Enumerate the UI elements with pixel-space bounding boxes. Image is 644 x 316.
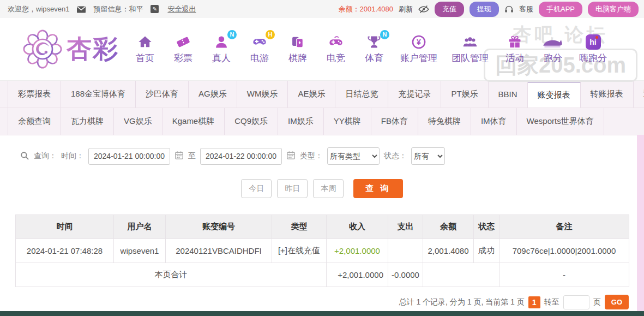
hot-badge: H xyxy=(266,30,275,39)
new-badge: N xyxy=(380,30,389,39)
calendar-icon[interactable] xyxy=(174,151,184,162)
tab-wm[interactable]: WM娱乐 xyxy=(237,81,288,108)
tab-im-entertainment[interactable]: IM娱乐 xyxy=(278,108,324,135)
home-icon xyxy=(137,34,153,50)
site-header: 杏吧 论坛 回家205.com 杏彩 首页 xyxy=(0,18,644,80)
mobile-app-button[interactable]: 手机APP xyxy=(539,2,582,17)
tab-im-sports[interactable]: IM体育 xyxy=(471,108,517,135)
nav-item-lottery[interactable]: 彩票 xyxy=(171,34,195,64)
tab-kgame[interactable]: Kgame棋牌 xyxy=(162,108,225,135)
tab-cq9[interactable]: CQ9娱乐 xyxy=(225,108,278,135)
tab-rebate-total[interactable]: 返点总额 xyxy=(634,81,644,108)
tab-balance-query[interactable]: 余额查询 xyxy=(8,108,61,135)
tab-bbin[interactable]: BBIN xyxy=(489,81,528,108)
cards-icon xyxy=(290,34,306,50)
time-to-input[interactable] xyxy=(200,148,282,165)
status-label: 状态： xyxy=(384,151,407,161)
table-summary-row: 本页合计 +2,001.0000 -0.0000 - xyxy=(16,263,629,287)
logout-link[interactable]: 安全退出 xyxy=(167,4,196,14)
summary-balance-status xyxy=(423,263,499,287)
pc-client-button[interactable]: 电脑客户端 xyxy=(588,2,639,17)
service-link[interactable]: 客服 xyxy=(519,4,533,14)
nav-item-team-management[interactable]: 团队管理 xyxy=(452,34,489,64)
table-row: 2024-01-21 07:48:28 wipseven1 20240121VB… xyxy=(16,239,629,263)
time-from-input[interactable] xyxy=(88,148,170,165)
person-icon xyxy=(213,34,230,50)
tab-row-1: 彩票报表 188金宝博体育 沙巴体育 AG娱乐 WM娱乐 AE娱乐 日结总览 充… xyxy=(0,81,644,108)
nav-label: 跑分 xyxy=(544,52,562,64)
tab-account-change-report[interactable]: 账变报表 xyxy=(528,81,581,108)
nav-label: 体育 xyxy=(365,52,383,64)
tab-pt[interactable]: PT娱乐 xyxy=(441,81,488,108)
refresh-link[interactable]: 刷新 xyxy=(399,4,413,14)
cell-balance: 2,001.4080 xyxy=(423,239,474,263)
time-label: 时间： xyxy=(61,151,84,161)
tab-yy[interactable]: YY棋牌 xyxy=(324,108,371,135)
nav-item-paofen[interactable]: 跑分 xyxy=(541,34,565,64)
query-button[interactable]: 查 询 xyxy=(353,179,402,198)
team-icon xyxy=(461,34,479,50)
yesterday-button[interactable]: 昨日 xyxy=(277,179,308,198)
pink-side-strip xyxy=(637,135,644,311)
tab-fb-sports[interactable]: FB体育 xyxy=(371,108,418,135)
logo-text: 杏彩 xyxy=(67,32,119,66)
recharge-button[interactable]: 充值 xyxy=(435,2,464,17)
pagination: 总计 1 个记录, 分为 1 页, 当前第 1 页 1 转至 页 GO xyxy=(0,295,629,309)
nav-item-egames[interactable]: H 电游 xyxy=(248,34,272,64)
ticket-icon xyxy=(175,34,191,50)
go-button[interactable]: GO xyxy=(605,295,629,309)
col-balance: 余额 xyxy=(423,215,474,239)
eye-slash-icon[interactable] xyxy=(418,4,429,14)
summary-income: +2,001.0000 xyxy=(327,263,388,287)
cell-expense xyxy=(388,239,423,263)
current-page-button[interactable]: 1 xyxy=(528,296,540,308)
cell-change-no: 20240121VBCAIDHDFI xyxy=(166,239,272,263)
nav-item-promotions[interactable]: 活动 xyxy=(503,34,527,64)
nav-item-account-management[interactable]: ¥ 账户管理 xyxy=(400,34,437,64)
quick-buttons: 今日 昨日 本周 查 询 xyxy=(0,179,644,198)
today-button[interactable]: 今日 xyxy=(241,179,272,198)
edit-icon[interactable]: ✎ xyxy=(151,5,159,13)
col-username: 用户名 xyxy=(114,215,166,239)
tab-ag[interactable]: AG娱乐 xyxy=(189,81,237,108)
envelope-icon[interactable] xyxy=(77,5,86,13)
search-icon xyxy=(20,151,29,162)
nav-item-home[interactable]: 首页 xyxy=(133,34,157,64)
balance-label: 余额： xyxy=(339,5,360,13)
tab-deposit-withdraw-records[interactable]: 充提记录 xyxy=(388,81,441,108)
tab-daily-overview[interactable]: 日结总览 xyxy=(335,81,388,108)
table-header-row: 时间 用户名 账变编号 类型 收入 支出 余额 状态 备注 xyxy=(16,215,629,239)
to-label: 至 xyxy=(188,151,196,161)
tab-tetu[interactable]: 特兔棋牌 xyxy=(418,108,471,135)
tab-lottery-report[interactable]: 彩票报表 xyxy=(8,81,61,108)
cell-income: +2,001.0000 xyxy=(327,239,388,263)
nav-item-live[interactable]: N 真人 xyxy=(209,34,233,64)
nav-label: 电竞 xyxy=(327,52,345,64)
status-select[interactable]: 所有 xyxy=(411,147,445,165)
tab-ae[interactable]: AE娱乐 xyxy=(288,81,335,108)
tab-vg[interactable]: VG娱乐 xyxy=(114,108,162,135)
type-label: 类型： xyxy=(300,151,323,161)
topbar: 欢迎您，wipseven1 预留信息：和平 ✎ 安全退出 余额：2001.408… xyxy=(0,0,644,18)
tab-saba-sports[interactable]: 沙巴体育 xyxy=(136,81,189,108)
this-week-button[interactable]: 本周 xyxy=(313,179,344,198)
account-change-table: 时间 用户名 账变编号 类型 收入 支出 余额 状态 备注 2024-01-21… xyxy=(15,214,629,287)
rhino-icon xyxy=(542,34,564,50)
tab-row-2: 余额查询 瓦力棋牌 VG娱乐 Kgame棋牌 CQ9娱乐 IM娱乐 YY棋牌 F… xyxy=(0,108,644,135)
nav-label: 真人 xyxy=(212,52,231,64)
nav-item-esports[interactable]: 电竞 xyxy=(324,34,348,64)
calendar-icon[interactable] xyxy=(286,151,296,162)
type-select[interactable]: 所有类型 xyxy=(327,147,380,165)
site-logo[interactable]: 杏彩 xyxy=(23,29,119,69)
nav-item-hi-paofen[interactable]: hi 嗨跑分 xyxy=(579,34,607,64)
tab-transfer-report[interactable]: 转账报表 xyxy=(581,81,634,108)
nav-item-boardgames[interactable]: 棋牌 xyxy=(286,34,310,64)
nav-item-sports[interactable]: N 体育 xyxy=(362,34,386,64)
welcome-text: 欢迎您，wipseven1 xyxy=(8,4,69,14)
tab-wali[interactable]: 瓦力棋牌 xyxy=(61,108,114,135)
tab-wesports[interactable]: Wesports世界体育 xyxy=(517,108,604,135)
goto-page-input[interactable] xyxy=(563,295,589,309)
hi-app-icon: hi xyxy=(586,34,601,50)
tab-188-sports[interactable]: 188金宝博体育 xyxy=(61,81,136,108)
withdraw-button[interactable]: 提现 xyxy=(470,2,499,17)
